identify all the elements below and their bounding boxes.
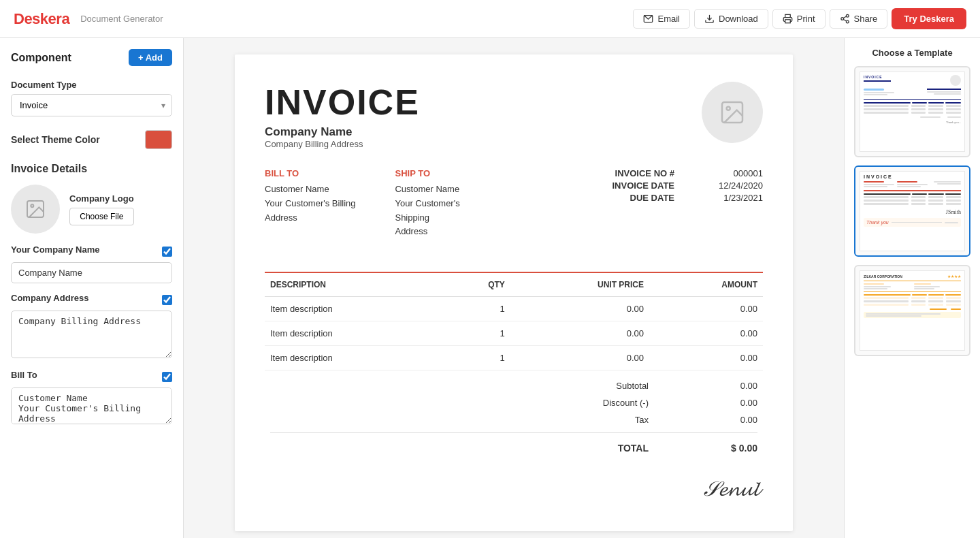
bill-to-input[interactable]: Customer Name Your Customer's Billing Ad…	[11, 387, 172, 424]
main-preview: INVOICE Company Name Company Billing Add…	[184, 38, 844, 538]
table-row: Item description 1 0.00 0.00	[265, 321, 763, 346]
svg-point-4	[840, 18, 843, 20]
bill-to-header: Bill To	[11, 370, 172, 384]
tax-label: Tax	[635, 415, 649, 425]
template-thumb-1: INVOICE	[855, 67, 969, 156]
invoice-date-label: INVOICE DATE	[612, 180, 675, 191]
topnav: Deskera Document Generator Email Downloa…	[0, 0, 980, 38]
right-panel: Choose a Template INVOICE	[844, 38, 980, 538]
template-card-2[interactable]: ✓ INVOICE	[854, 165, 970, 257]
try-deskera-button[interactable]: Try Deskera	[892, 8, 966, 29]
due-date-label: DUE DATE	[630, 193, 674, 203]
document-type-select-wrap: Invoice Quote Receipt ▾	[11, 94, 172, 116]
svg-point-9	[31, 204, 33, 207]
template-inner-2: INVOICE	[860, 171, 965, 251]
template-inner-1: INVOICE	[860, 72, 965, 152]
component-section: Component + Add	[11, 49, 172, 66]
td-unit-price: 0.00	[510, 297, 649, 321]
bill-to-checkbox[interactable]	[162, 372, 172, 382]
svg-point-5	[846, 20, 849, 23]
bill-to-block: BILL TO Customer Name Your Customer's Bi…	[265, 168, 361, 239]
svg-point-3	[846, 14, 849, 17]
print-icon	[783, 14, 793, 24]
total-row: TOTAL $ 0.00	[265, 437, 763, 457]
due-date-value: 1/23/2021	[702, 193, 763, 203]
add-button[interactable]: + Add	[129, 49, 172, 66]
company-name-field: Your Company Name	[11, 244, 172, 283]
total-value: $ 0.00	[703, 443, 757, 454]
email-button[interactable]: Email	[633, 9, 690, 29]
table-header-row: DESCRIPTION QTY UNIT PRICE AMOUNT	[265, 272, 763, 297]
td-qty: 1	[443, 297, 510, 321]
invoice-image-icon	[719, 99, 746, 126]
table-row: Item description 1 0.00 0.00	[265, 346, 763, 370]
discount-value: 0.00	[703, 398, 757, 408]
td-description: Item description	[265, 321, 443, 346]
company-name-input[interactable]	[11, 262, 172, 283]
addresses-meta-row: BILL TO Customer Name Your Customer's Bi…	[265, 168, 763, 255]
image-icon	[24, 198, 46, 220]
template-card-3[interactable]: ZILKAR CORPORATION ★★★★	[854, 265, 970, 356]
email-label: Email	[657, 14, 680, 24]
invoice-date-value: 12/24/2020	[702, 180, 763, 191]
td-qty: 1	[443, 321, 510, 346]
td-qty: 1	[443, 346, 510, 370]
ship-to-addr: Your Customer's ShippingAddress	[395, 197, 491, 239]
theme-color-section: Select Theme Color	[11, 130, 172, 149]
td-unit-price: 0.00	[510, 321, 649, 346]
subtotal-label: Subtotal	[616, 381, 649, 391]
svg-line-6	[843, 19, 846, 20]
template-card-1[interactable]: INVOICE	[854, 66, 970, 157]
invoice-no-value: 000001	[702, 168, 763, 178]
logo-placeholder	[11, 185, 60, 234]
company-address-checkbox[interactable]	[162, 295, 172, 305]
sidebar: Component + Add Document Type Invoice Qu…	[0, 38, 184, 538]
print-label: Print	[797, 14, 815, 24]
app-layout: Component + Add Document Type Invoice Qu…	[0, 38, 980, 538]
invoice-totals: Subtotal 0.00 Discount (-) 0.00 Tax 0.00…	[265, 377, 763, 457]
company-address-label: Company Address	[11, 293, 88, 303]
discount-label: Discount (-)	[603, 398, 649, 408]
svg-point-11	[727, 107, 730, 110]
company-logo-label: Company Logo	[69, 193, 134, 204]
total-label: TOTAL	[618, 443, 649, 454]
logo: Deskera	[14, 10, 69, 28]
share-button[interactable]: Share	[830, 9, 888, 29]
download-button[interactable]: Download	[694, 9, 768, 29]
component-title: Component	[11, 52, 71, 64]
bill-to-addr: Your Customer's BillingAddress	[265, 197, 361, 225]
choose-file-button[interactable]: Choose File	[69, 208, 134, 225]
invoice-paper: INVOICE Company Name Company Billing Add…	[235, 54, 793, 531]
invoice-addresses: BILL TO Customer Name Your Customer's Bi…	[265, 168, 491, 239]
company-name-checkbox[interactable]	[162, 247, 172, 257]
invoice-no-label: INVOICE NO #	[615, 168, 674, 178]
template-thumb-3: ZILKAR CORPORATION ★★★★	[855, 266, 969, 355]
template-inner-3: ZILKAR CORPORATION ★★★★	[860, 270, 965, 351]
bill-to-label: Bill To	[11, 370, 37, 380]
bill-to-name: Customer Name	[265, 183, 361, 197]
th-amount: AMOUNT	[649, 272, 763, 297]
document-type-select[interactable]: Invoice Quote Receipt	[11, 94, 172, 116]
invoice-date-row: INVOICE DATE 12/24/2020	[612, 180, 764, 191]
th-description: DESCRIPTION	[265, 272, 443, 297]
theme-row: Select Theme Color	[11, 130, 172, 149]
company-address-field: Company Address Company Billing Address	[11, 293, 172, 360]
td-amount: 0.00	[649, 321, 763, 346]
invoice-company-name: Company Name	[265, 125, 420, 139]
td-amount: 0.00	[649, 346, 763, 370]
share-icon	[840, 14, 850, 24]
tax-value: 0.00	[703, 415, 757, 425]
subtotal-value: 0.00	[703, 381, 757, 391]
component-header: Component + Add	[11, 49, 172, 66]
invoice-meta: INVOICE NO # 000001 INVOICE DATE 12/24/2…	[612, 168, 764, 239]
company-address-input[interactable]: Company Billing Address	[11, 311, 172, 358]
print-button[interactable]: Print	[772, 9, 826, 29]
app-subtitle: Document Generator	[80, 14, 163, 24]
download-icon	[704, 14, 715, 24]
invoice-header: INVOICE Company Name Company Billing Add…	[265, 82, 763, 149]
company-name-label: Your Company Name	[11, 244, 100, 255]
svg-line-7	[843, 16, 846, 18]
topnav-right: Email Download Print Share Try Deskera	[633, 8, 966, 29]
color-swatch[interactable]	[145, 130, 172, 149]
topnav-left: Deskera Document Generator	[14, 10, 163, 28]
